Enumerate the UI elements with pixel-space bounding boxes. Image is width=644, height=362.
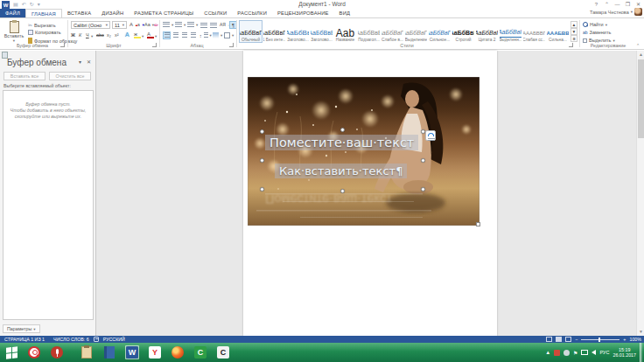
start-button[interactable] xyxy=(4,345,18,359)
collapse-ribbon-icon[interactable]: ⌃ xyxy=(636,43,640,48)
cut-button[interactable]: ✂ Вырезать xyxy=(28,22,56,28)
show-desktop-button[interactable] xyxy=(640,343,642,362)
subscript-button[interactable]: х₂ xyxy=(107,32,111,38)
style-subtle-emphasis[interactable]: АаБбВвГгСлабое в... xyxy=(381,20,404,43)
paste-button[interactable]: Вставить ▾ xyxy=(4,21,24,43)
style-emphasis[interactable]: АаБбВвГгВыделение xyxy=(404,20,428,43)
text-effects-icon[interactable]: А xyxy=(125,31,130,38)
align-center-button[interactable] xyxy=(172,31,179,39)
textbox-handle-bottom-center[interactable] xyxy=(340,189,345,193)
zoom-in-button[interactable]: + xyxy=(623,337,626,342)
speaker-icon[interactable] xyxy=(592,350,596,355)
proofing-icon[interactable] xyxy=(94,337,99,342)
account-chip[interactable]: Тамара Честнова ▾ xyxy=(590,8,642,16)
clear-formatting-icon[interactable]: ✏ xyxy=(154,22,158,28)
restore-button[interactable]: ❐ xyxy=(623,0,633,8)
pane-options-button[interactable]: Параметры▾ xyxy=(3,324,40,333)
page-indicator[interactable]: СТРАНИЦА 1 ИЗ 1 xyxy=(0,337,49,342)
decrease-indent-icon[interactable] xyxy=(200,23,207,29)
zoom-slider[interactable] xyxy=(581,339,620,340)
print-layout-icon[interactable] xyxy=(556,337,562,342)
style-title[interactable]: АabНазвание xyxy=(333,20,357,43)
justify-button[interactable] xyxy=(189,31,197,39)
style-normal[interactable]: АаБбВвГгОбычный xyxy=(239,20,262,43)
tray-app-icon[interactable] xyxy=(554,350,560,356)
font-color-dropdown-icon[interactable]: ▾ xyxy=(155,34,157,38)
paragraph-dialog-launcher-icon[interactable] xyxy=(229,43,234,47)
read-mode-icon[interactable] xyxy=(546,337,552,342)
vertical-scrollbar[interactable]: ▲ ▼ xyxy=(636,51,644,336)
textbox-handle-mid-right[interactable] xyxy=(421,158,425,163)
notebook-app-button[interactable] xyxy=(102,345,116,359)
help-button[interactable]: ? xyxy=(592,0,601,8)
tab-review[interactable]: РЕЦЕНЗИРОВАНИЕ xyxy=(272,9,334,17)
highlight-dropdown-icon[interactable]: ▾ xyxy=(142,34,144,38)
italic-button[interactable]: К xyxy=(79,32,81,38)
green-c-app-button[interactable]: C xyxy=(193,345,207,359)
firefox-button[interactable] xyxy=(171,345,185,359)
styles-more-icon[interactable]: ≡ xyxy=(570,35,578,42)
scrollbar-thumb[interactable] xyxy=(638,59,644,138)
textbox-handle-bottom-right[interactable] xyxy=(421,187,425,191)
search-app-button[interactable] xyxy=(27,345,41,359)
change-case-button[interactable]: Аа▾ xyxy=(144,22,154,27)
shading-button[interactable]: ▾ xyxy=(213,32,222,38)
clipboard-items-list[interactable]: Буфер обмена пуст. Чтобы добавить в него… xyxy=(3,90,94,320)
sort-button[interactable]: АЯ↓ xyxy=(220,22,229,27)
borders-button[interactable]: ▾ xyxy=(224,32,234,38)
textbox-handle-bottom-left[interactable] xyxy=(260,187,264,191)
increase-indent-icon[interactable] xyxy=(210,23,217,29)
find-button[interactable]: Найти▾ xyxy=(583,22,607,27)
pane-close-icon[interactable]: ✕ xyxy=(87,59,91,65)
style-quote2[interactable]: АаБбВвГЦитата 2 xyxy=(475,20,499,43)
style-strong[interactable]: АаБбВвГСтрогий xyxy=(452,20,475,43)
tab-mailings[interactable]: РАССЫЛКИ xyxy=(232,9,272,17)
line-spacing-button[interactable]: ↕▾ xyxy=(200,32,212,38)
pane-menu-icon[interactable]: ▾ xyxy=(79,59,81,65)
document-page[interactable]: Поместите·ваш·текст Как·вставить·текст¶ … xyxy=(243,51,497,336)
style-no-spacing[interactable]: АаБбВвГг1 Без инте... xyxy=(262,20,286,43)
word-taskbar-button[interactable]: W xyxy=(125,345,139,359)
word-count[interactable]: ЧИСЛО СЛОВ: 6 xyxy=(49,337,94,342)
language-indicator[interactable]: РУССКИЙ xyxy=(99,337,130,342)
multilevel-list-button[interactable]: ▾ xyxy=(187,22,198,28)
underline-dropdown-icon[interactable]: ▾ xyxy=(91,34,93,38)
styles-dialog-launcher-icon[interactable] xyxy=(569,43,573,47)
style-heading1[interactable]: АаБбВвЗаголово... xyxy=(286,20,310,43)
highlight-color-button[interactable]: ж xyxy=(134,31,141,38)
tab-home[interactable]: ГЛАВНАЯ xyxy=(25,9,62,17)
font-dialog-launcher-icon[interactable] xyxy=(152,43,157,47)
style-intense-quote[interactable]: АаБбВвГВыделенн... xyxy=(499,20,522,43)
font-size-combo[interactable]: 11▾ xyxy=(112,21,127,29)
web-layout-icon[interactable] xyxy=(565,337,571,342)
minimize-button[interactable]: — xyxy=(612,0,622,8)
superscript-button[interactable]: х² xyxy=(115,32,119,38)
styles-scroll-up-icon[interactable]: ▴ xyxy=(570,21,578,28)
scroll-down-icon[interactable]: ▼ xyxy=(637,328,644,336)
bullets-button[interactable]: ▾ xyxy=(163,22,173,28)
underline-button[interactable]: Ч xyxy=(86,32,89,38)
tray-round-icon[interactable] xyxy=(564,350,570,356)
copy-button[interactable]: Копировать xyxy=(28,30,61,35)
zoom-out-button[interactable]: − xyxy=(575,337,578,342)
tray-language[interactable]: РУС xyxy=(599,350,609,355)
clear-all-button[interactable]: Очистить все xyxy=(49,72,91,80)
clipboard-dialog-launcher-icon[interactable] xyxy=(60,43,65,47)
voice-search-button[interactable] xyxy=(50,345,64,359)
style-subtitle[interactable]: АаБбВвЕПодзагол... xyxy=(357,20,381,43)
textbox-handle-top-left[interactable] xyxy=(260,129,264,134)
style-intense-reference[interactable]: АААБВВСильна... xyxy=(546,20,570,43)
ribbon-display-options-button[interactable]: ⌃ xyxy=(602,0,612,8)
zoom-slider-thumb[interactable] xyxy=(598,338,600,342)
close-button[interactable]: ✕ xyxy=(634,0,643,8)
tab-file[interactable]: ФАЙЛ xyxy=(0,9,25,17)
style-heading2[interactable]: АаБбВвЕЗаголово... xyxy=(310,20,333,43)
tray-clock[interactable]: 15:19 26.01.2017 xyxy=(612,347,636,358)
font-color-button[interactable]: А xyxy=(147,31,154,38)
zoom-level[interactable]: 100% xyxy=(629,337,641,342)
bold-button[interactable]: Ж xyxy=(71,32,75,38)
network-icon[interactable] xyxy=(581,350,588,355)
tab-page-layout[interactable]: РАЗМЕТКА СТРАНИЦЫ xyxy=(129,9,199,17)
style-subtle-reference[interactable]: АААБВВГСлабая сс... xyxy=(522,20,546,43)
textbox-handle-top-center[interactable] xyxy=(340,128,345,132)
